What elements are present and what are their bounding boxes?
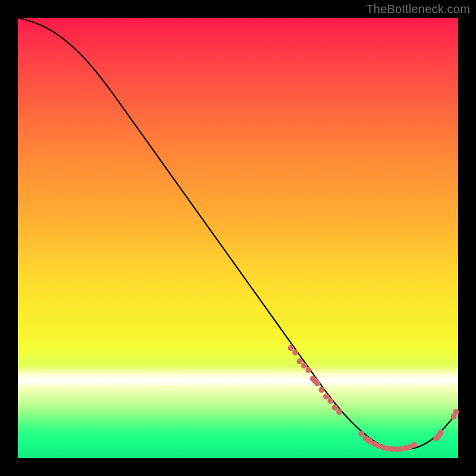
data-point [336, 409, 342, 415]
data-point [323, 393, 329, 399]
chart-svg [18, 18, 458, 458]
curve-line [18, 18, 458, 449]
chart-plot-area [18, 18, 458, 458]
data-point [411, 442, 417, 448]
data-points-group [288, 345, 459, 452]
data-point [297, 358, 303, 364]
data-point [327, 398, 333, 404]
chart-stage: TheBottleneck.com [0, 0, 476, 476]
data-point [453, 409, 459, 415]
data-point [288, 345, 294, 351]
data-point [358, 431, 364, 437]
watermark-text: TheBottleneck.com [366, 2, 470, 16]
data-point [319, 387, 325, 393]
data-point [437, 430, 443, 436]
data-point [332, 405, 338, 411]
data-point [292, 349, 298, 355]
data-point [314, 380, 320, 386]
data-point [305, 367, 311, 373]
data-point [301, 363, 307, 369]
